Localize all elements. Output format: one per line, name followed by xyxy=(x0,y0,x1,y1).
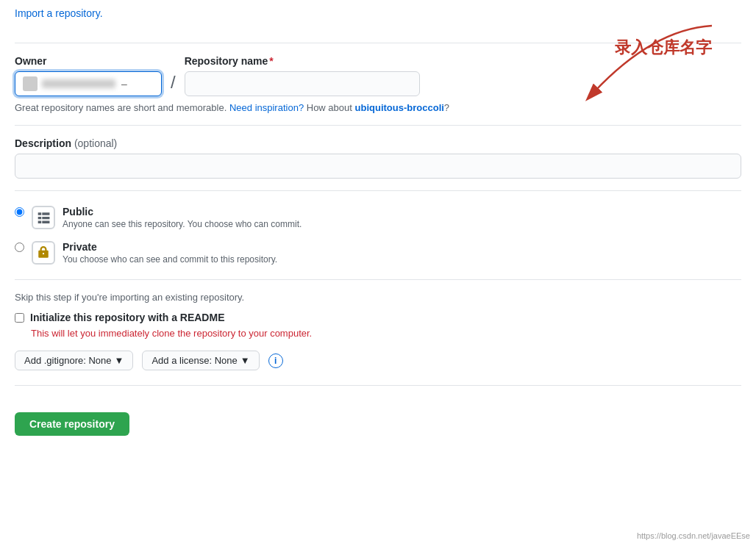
description-label: Description (optional) xyxy=(15,137,741,149)
owner-group: Owner – xyxy=(15,55,162,96)
init-section: Skip this step if you're importing an ex… xyxy=(15,292,741,339)
import-link[interactable]: Import a repository. xyxy=(15,7,103,19)
optional-text: (optional) xyxy=(74,137,117,149)
suggestion-link[interactable]: ubiquitous-broccoli xyxy=(355,102,444,113)
license-chevron-icon: ▼ xyxy=(240,355,250,366)
init-divider xyxy=(15,279,741,280)
private-option: Private You choose who can see and commi… xyxy=(15,241,741,265)
private-icon xyxy=(32,241,55,265)
hint-text: Great repository names are short and mem… xyxy=(15,102,741,113)
private-radio[interactable] xyxy=(15,243,24,252)
owner-select[interactable]: – xyxy=(15,71,162,96)
public-icon xyxy=(32,206,55,229)
slash-separator: / xyxy=(171,70,176,96)
public-description: Anyone can see this repository. You choo… xyxy=(63,219,741,229)
public-content: Public Anyone can see this repository. Y… xyxy=(63,206,741,229)
description-divider xyxy=(15,125,741,126)
required-star: * xyxy=(269,55,273,67)
readme-sub-text: This will let you immediately clone the … xyxy=(31,328,741,339)
readme-label[interactable]: Initialize this repository with a README xyxy=(30,312,224,323)
visibility-section: Public Anyone can see this repository. Y… xyxy=(15,206,741,265)
need-inspiration-link[interactable]: Need inspiration? xyxy=(229,102,304,113)
repo-name-label: Repository name* xyxy=(185,55,420,67)
public-title: Public xyxy=(63,206,741,218)
dropdown-row: Add .gitignore: None ▼ Add a license: No… xyxy=(15,351,741,370)
readme-checkbox[interactable] xyxy=(15,313,24,323)
private-content: Private You choose who can see and commi… xyxy=(63,241,741,265)
repo-name-input[interactable] xyxy=(185,71,420,96)
description-input[interactable] xyxy=(15,154,741,179)
repo-name-group: Repository name* xyxy=(185,55,420,96)
owner-repo-row: Owner – / Repository name* xyxy=(15,55,741,96)
owner-name-blurred xyxy=(42,79,115,88)
info-icon[interactable]: i xyxy=(268,353,283,368)
gitignore-dropdown[interactable]: Add .gitignore: None ▼ xyxy=(15,351,133,370)
description-group: Description (optional) xyxy=(15,137,741,179)
license-dropdown[interactable]: Add a license: None ▼ xyxy=(142,351,259,370)
bottom-divider xyxy=(15,385,741,386)
public-option: Public Anyone can see this repository. Y… xyxy=(15,206,741,229)
owner-label: Owner xyxy=(15,55,162,67)
private-description: You choose who can see and commit to thi… xyxy=(63,254,741,265)
public-radio[interactable] xyxy=(15,207,24,217)
create-repository-button[interactable]: Create repository xyxy=(15,412,129,436)
gitignore-chevron-icon: ▼ xyxy=(115,355,124,366)
skip-text: Skip this step if you're importing an ex… xyxy=(15,292,741,303)
owner-avatar xyxy=(23,76,38,91)
private-title: Private xyxy=(63,241,741,253)
visibility-divider xyxy=(15,190,741,191)
readme-checkbox-row: Initialize this repository with a README xyxy=(15,312,741,323)
owner-dash: – xyxy=(121,78,127,90)
